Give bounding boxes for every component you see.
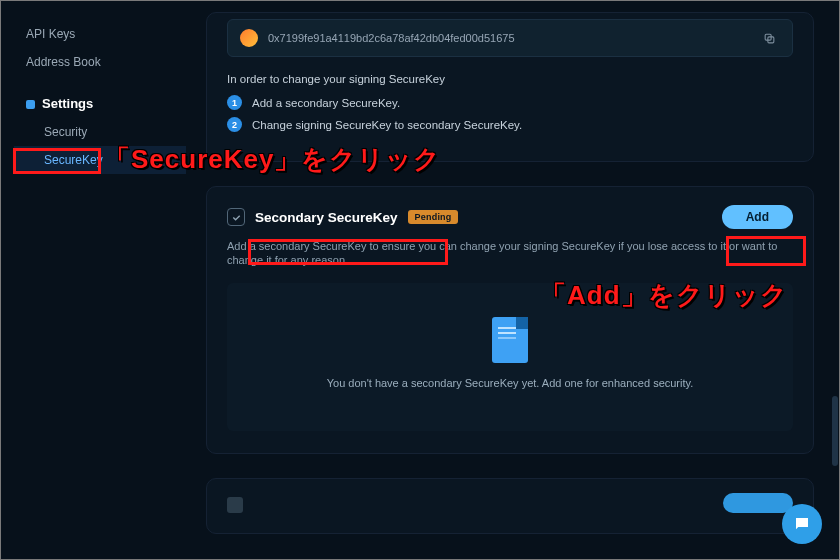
instruction-step: 2 Change signing SecureKey to secondary … <box>227 117 793 132</box>
step-number-icon: 2 <box>227 117 242 132</box>
sidebar-item-label: API Keys <box>26 26 75 42</box>
instruction-step: 1 Add a secondary SecureKey. <box>227 95 793 110</box>
shield-check-icon <box>227 208 245 226</box>
chat-fab[interactable] <box>782 504 822 544</box>
sidebar-item-label: Address Book <box>26 54 101 70</box>
step-number-icon: 1 <box>227 95 242 110</box>
securekey-hash-row: 0x7199fe91a4119bd2c6a78af42db04fed00d516… <box>227 19 793 57</box>
panel-header: Secondary SecureKey Pending Add <box>227 205 793 229</box>
add-button[interactable]: Add <box>722 205 793 229</box>
scrollbar[interactable] <box>832 396 838 466</box>
identicon-icon <box>240 29 258 47</box>
sidebar-group-settings[interactable]: Settings <box>14 90 186 118</box>
sidebar-item-label: SecureKey <box>44 152 103 168</box>
securekey-hash: 0x7199fe91a4119bd2c6a78af42db04fed00d516… <box>268 32 748 44</box>
empty-state: You don't have a secondary SecureKey yet… <box>227 283 793 431</box>
instruction-steps: 1 Add a secondary SecureKey. 2 Change si… <box>227 95 793 132</box>
secondary-securekey-panel: Secondary SecureKey Pending Add Add a se… <box>206 186 814 454</box>
square-bullet-icon <box>26 100 35 109</box>
sidebar-item-label: Security <box>44 124 87 140</box>
instruction-text: In order to change your signing SecureKe… <box>227 73 793 85</box>
chat-icon <box>793 515 811 533</box>
step-text: Add a secondary SecureKey. <box>252 97 400 109</box>
main-content: 0x7199fe91a4119bd2c6a78af42db04fed00d516… <box>186 6 840 560</box>
sidebar-item-api-keys[interactable]: API Keys <box>14 20 186 48</box>
signing-securekey-panel: 0x7199fe91a4119bd2c6a78af42db04fed00d516… <box>206 12 814 162</box>
panel-description: Add a secondary SecureKey to ensure you … <box>227 239 793 267</box>
next-panel-partial <box>206 478 814 534</box>
placeholder-icon <box>227 497 243 513</box>
sidebar-item-security[interactable]: Security <box>14 118 186 146</box>
placeholder-button[interactable] <box>723 493 793 513</box>
copy-button[interactable] <box>758 28 780 48</box>
document-icon <box>492 317 528 363</box>
empty-state-text: You don't have a secondary SecureKey yet… <box>227 377 793 389</box>
sidebar-item-securekey[interactable]: SecureKey <box>14 146 186 174</box>
sidebar-item-address-book[interactable]: Address Book <box>14 48 186 76</box>
step-text: Change signing SecureKey to secondary Se… <box>252 119 522 131</box>
panel-title: Secondary SecureKey <box>255 210 398 225</box>
sidebar-group-label: Settings <box>42 96 93 112</box>
copy-icon <box>763 32 776 45</box>
status-badge: Pending <box>408 210 459 224</box>
sidebar: API Keys Address Book Settings Security … <box>0 6 186 560</box>
